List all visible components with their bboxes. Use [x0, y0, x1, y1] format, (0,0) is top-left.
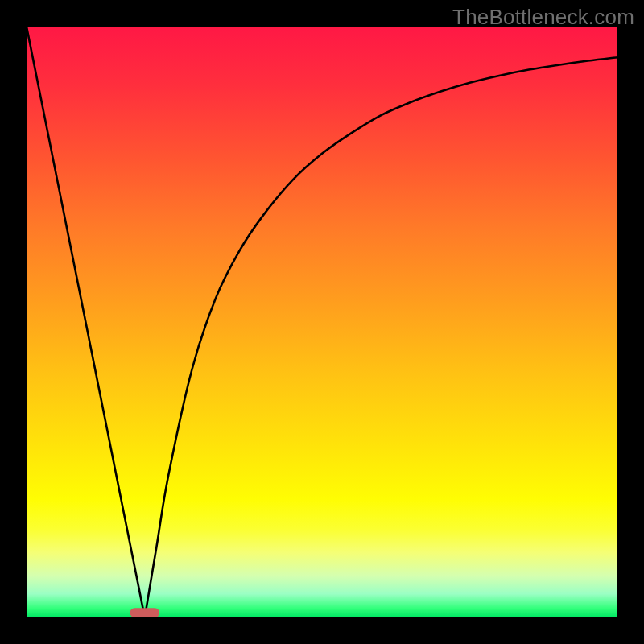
curve-svg — [27, 27, 617, 617]
optimum-marker — [130, 608, 159, 617]
chart-frame: TheBottleneck.com — [0, 0, 644, 644]
plot-area — [27, 27, 617, 617]
watermark-text: TheBottleneck.com — [452, 5, 634, 30]
bottleneck-curve — [27, 27, 617, 617]
